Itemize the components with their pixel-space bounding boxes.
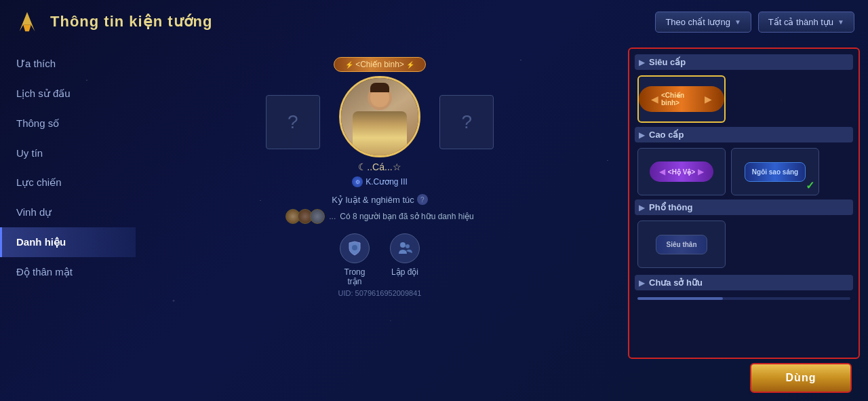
champion-title-badge: <Chiến binh> [334, 57, 426, 72]
header: Thông tin kiện tướng Theo chất lượng ▼ T… [0, 0, 868, 43]
champion-rank: ⚙ K.Cương III [352, 176, 408, 187]
champion-portrait [339, 76, 420, 157]
friends-count-text: Có 8 người bạn đã sở hữu danh hiệu [340, 212, 473, 221]
unknown-slot-left: ? [266, 95, 320, 149]
trong-tran-icon [340, 233, 370, 263]
sidebar-item-danh-hieu[interactable]: Danh hiệu [0, 227, 136, 257]
sieu-than-label: Siêu thân [666, 241, 696, 248]
expand-icon: ▶ [639, 58, 645, 67]
category-header-cao-cap: ▶ Cao cấp [635, 127, 853, 142]
badges-grid-cao-cap: <Hộ Vệ> Ngôi sao sáng [635, 148, 853, 195]
ngoi-sao-label: Ngôi sao sáng [752, 168, 798, 176]
category-sieu-cap: ▶ Siêu cấp <Chiến binh> [635, 54, 853, 123]
portrait-inner [341, 78, 418, 155]
svg-marker-1 [23, 25, 31, 32]
expand-icon: ▶ [639, 278, 645, 288]
sidebar-item-uy-tin[interactable]: Uy tín [0, 138, 136, 168]
ky-luat-label: Kỷ luật & nghiêm túc ? [332, 194, 428, 205]
category-cao-cap: ▶ Cao cấp <Hộ Vệ> Ngôi sao sáng [635, 127, 853, 195]
trong-tran-label: Trongtrận [344, 267, 366, 286]
person-head [368, 85, 392, 110]
badge-chien-binh[interactable]: <Chiến binh> [637, 75, 726, 123]
sidebar-item-thong-so[interactable]: Thông số [0, 109, 136, 138]
sidebar-item-vinh-du[interactable]: Vinh dự [0, 197, 136, 227]
ho-ve-label: <Hộ Vệ> [665, 168, 698, 176]
logo-icon [14, 8, 41, 35]
scroll-thumb [637, 297, 723, 300]
chevron-down-icon: ▼ [734, 18, 741, 26]
app-container: Thông tin kiện tướng Theo chất lượng ▼ T… [0, 0, 868, 401]
main-content: Ưa thích Lịch sử đấu Thông số Uy tín Lực… [0, 43, 868, 401]
friends-row: ... Có 8 người bạn đã sở hữu danh hiệu [285, 209, 473, 224]
sidebar-item-luc-chien[interactable]: Lực chiến [0, 168, 136, 197]
unknown-slot-right: ? [439, 95, 494, 149]
action-lap-doi[interactable]: Lập đội [390, 233, 420, 277]
dung-button[interactable]: Dùng [750, 363, 852, 393]
lap-doi-icon [390, 233, 420, 263]
person-body [353, 111, 407, 155]
badges-grid-sieu-cap: <Chiến binh> [635, 75, 853, 123]
sidebar-item-ua-thich[interactable]: Ưa thích [0, 49, 136, 79]
lap-doi-label: Lập đội [391, 267, 418, 277]
champion-area: ? <Chiến binh> [266, 57, 494, 187]
svg-point-2 [352, 245, 357, 250]
svg-point-4 [406, 244, 410, 248]
header-filters: Theo chất lượng ▼ Tất cả thành tựu ▼ [655, 12, 854, 33]
bottom-actions: Trongtrận Lập đội [340, 233, 420, 286]
sidebar: Ưa thích Lịch sử đấu Thông số Uy tín Lực… [0, 43, 136, 401]
friend-avatar-3 [310, 209, 325, 224]
action-trong-tran[interactable]: Trongtrận [340, 233, 370, 286]
scroll-indicator [637, 297, 850, 300]
chien-binh-badge-inner: <Chiến binh> [639, 86, 724, 112]
page-title: Thông tin kiện tướng [50, 13, 212, 31]
badge-ngoi-sao-sang[interactable]: Ngôi sao sáng [731, 148, 819, 195]
ho-ve-badge-inner: <Hộ Vệ> [650, 161, 713, 182]
champion-frame: <Chiến binh> [334, 57, 426, 187]
chien-binh-label: <Chiến binh> [658, 92, 705, 107]
expand-icon: ▶ [639, 203, 645, 212]
category-header-pho-thong: ▶ Phổ thông [635, 199, 853, 215]
badge-ho-ve[interactable]: <Hộ Vệ> [637, 148, 726, 195]
category-header-sieu-cap: ▶ Siêu cấp [635, 54, 853, 70]
uid-text: UID: 5079616952009841 [338, 289, 422, 297]
quality-filter-dropdown[interactable]: Theo chất lượng ▼ [655, 12, 751, 33]
champion-name: ☾..Cá...☆ [358, 161, 401, 172]
friends-avatars: ... [285, 209, 336, 224]
more-friends-indicator: ... [329, 212, 336, 221]
sieu-than-badge-inner: Siêu thân [656, 235, 707, 254]
achievement-filter-dropdown[interactable]: Tất cả thành tựu ▼ [758, 12, 854, 33]
category-pho-thong: ▶ Phổ thông Siêu thân [635, 199, 853, 268]
right-panel: ▶ Siêu cấp <Chiến binh> ▶ [624, 43, 868, 401]
bottom-bar: Dùng [628, 363, 860, 397]
category-header-chua-so-huu: ▶ Chưa sở hữu [635, 275, 853, 290]
rank-icon: ⚙ [352, 176, 363, 187]
panel-border: ▶ Siêu cấp <Chiến binh> ▶ [628, 47, 860, 359]
center-content: ? <Chiến binh> [136, 43, 624, 401]
sidebar-item-do-than-mat[interactable]: Độ thân mật [0, 257, 136, 287]
category-chua-so-huu: ▶ Chưa sở hữu [635, 275, 853, 296]
ky-luat-section: Kỷ luật & nghiêm túc ? [332, 194, 428, 205]
chevron-down-icon: ▼ [837, 18, 844, 26]
ngoi-sao-badge-inner: Ngôi sao sáng [745, 162, 806, 182]
sidebar-item-lich-su-dau[interactable]: Lịch sử đấu [0, 79, 136, 109]
help-icon[interactable]: ? [417, 194, 428, 205]
expand-icon: ▶ [639, 130, 645, 140]
svg-point-3 [400, 242, 406, 248]
badge-sieu-than[interactable]: Siêu thân [637, 221, 726, 268]
badges-grid-pho-thong: Siêu thân [635, 221, 853, 268]
